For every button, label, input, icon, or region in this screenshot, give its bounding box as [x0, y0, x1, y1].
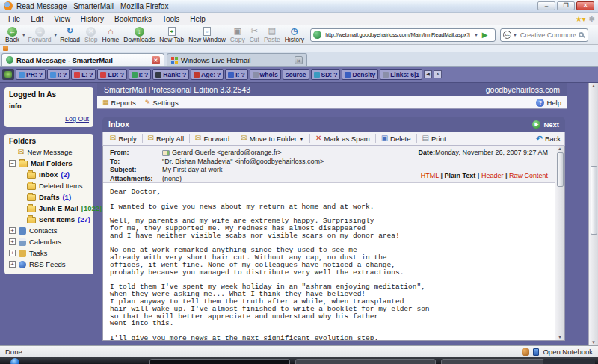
view-plain-text[interactable]: Plain Text	[444, 172, 475, 179]
seo-density[interactable]: Density	[342, 69, 378, 80]
browser-scrollbar[interactable]: ▲ ▼	[588, 83, 598, 345]
gear-icon[interactable]: ✱	[589, 15, 595, 23]
scrollbar-thumb[interactable]	[557, 152, 564, 187]
help-menu[interactable]: ? Help	[536, 99, 561, 107]
menu-history[interactable]: History	[75, 14, 109, 24]
search-engine-dropdown[interactable]: ▾	[513, 32, 517, 38]
extension-icon[interactable]	[522, 348, 529, 356]
site-identity-icon[interactable]	[313, 31, 321, 39]
menu-help[interactable]: Help	[185, 14, 211, 24]
collapse-icon[interactable]: −	[9, 160, 16, 167]
seo-sd[interactable]: SD:?	[311, 69, 341, 80]
print-button[interactable]: ▤ Print	[419, 135, 449, 143]
seobar-collapse-button[interactable]: ◀	[424, 70, 432, 78]
expand-icon[interactable]: +	[9, 261, 16, 268]
scrollbar-thumb[interactable]	[591, 166, 597, 235]
folder-sent-items[interactable]: Sent Items (27)	[27, 214, 89, 225]
sidebar-item-rss-feeds[interactable]: + RSS Feeds	[9, 259, 89, 270]
message-scrollbar[interactable]: ▲ ▼	[555, 146, 564, 340]
notebook-icon[interactable]	[533, 348, 539, 356]
downloads-button[interactable]: ↓ Downloads	[121, 27, 157, 43]
seo-alexa-rank[interactable]: Rank:?	[152, 69, 189, 80]
start-orb-icon[interactable]	[10, 358, 19, 364]
tab-read-message[interactable]: Read Message - SmarterMail ✕	[1, 53, 164, 66]
menu-edit[interactable]: Edit	[25, 14, 49, 24]
restore-button[interactable]: ❐	[557, 1, 575, 10]
seo-pagerank[interactable]: PR:?	[16, 69, 46, 80]
new-message-link[interactable]: ✉ New Message	[18, 146, 89, 158]
reload-button[interactable]: ↻ Reload	[58, 27, 82, 43]
sidebar-item-calendars[interactable]: + Calendars	[9, 236, 89, 247]
search-engine-icon[interactable]: cc	[503, 31, 511, 39]
seo-msn-index[interactable]: I:?	[129, 69, 151, 80]
new-window-button[interactable]: ▫ New Window	[186, 27, 228, 43]
mark-as-spam-button[interactable]: ✕ Mark as Spam	[312, 135, 373, 143]
sidebar-item-contacts[interactable]: + Contacts	[9, 225, 89, 236]
seo-whois[interactable]: whois	[250, 69, 281, 80]
reports-menu[interactable]: ▦ Reports	[102, 99, 136, 107]
rss-bookmark-icon[interactable]	[3, 46, 8, 51]
folder-drafts[interactable]: Drafts (1)	[27, 191, 89, 203]
forward-button[interactable]: → Forward	[25, 27, 53, 43]
menu-view[interactable]: View	[49, 14, 75, 24]
tab-close-icon[interactable]: ✕	[295, 56, 303, 64]
tab-hotmail[interactable]: Windows Live Hotmail ✕	[167, 53, 307, 66]
seo-yahoo-links[interactable]: L:?	[71, 69, 96, 80]
bookmark-star-icon[interactable]: ★▾	[576, 15, 586, 23]
sidebar-item-tasks[interactable]: + Tasks	[9, 247, 89, 259]
open-notebook-label[interactable]: Open Notebook	[543, 348, 593, 356]
seo-age[interactable]: Age:?	[191, 69, 224, 80]
copy-button[interactable]: ▣ Copy	[228, 27, 247, 43]
history-button[interactable]: ◷ History	[283, 27, 306, 43]
settings-menu[interactable]: ✎ Settings	[145, 99, 179, 107]
home-button[interactable]: ⌂ Home	[100, 27, 122, 43]
menu-bookmarks[interactable]: Bookmarks	[109, 14, 157, 24]
log-out-link[interactable]: Log Out	[9, 115, 89, 123]
scroll-up-icon[interactable]: ▲	[591, 84, 596, 88]
taskbar-button[interactable]	[295, 359, 436, 364]
stop-button[interactable]: ✕ Stop	[82, 27, 100, 43]
forward-button[interactable]: ✉ Forward	[192, 135, 232, 143]
back-button[interactable]: ← Back	[3, 27, 22, 43]
view-html-link[interactable]: HTML	[421, 172, 439, 179]
seobar-close-button[interactable]: ✕	[434, 70, 442, 78]
scroll-up-icon[interactable]: ▲	[558, 146, 562, 151]
reply-button[interactable]: ✉ Reply	[107, 135, 140, 143]
tab-close-icon[interactable]: ✕	[152, 56, 160, 64]
url-input[interactable]	[324, 31, 472, 39]
search-input[interactable]	[519, 31, 577, 40]
paste-button[interactable]: ▤ Paste	[262, 27, 283, 43]
next-message-button[interactable]: ▶ Next	[532, 120, 559, 129]
taskbar-button-active[interactable]	[150, 359, 290, 364]
new-tab-button[interactable]: + New Tab	[157, 27, 186, 43]
menu-file[interactable]: File	[3, 14, 25, 24]
expand-icon[interactable]: +	[9, 250, 16, 256]
view-raw-content-link[interactable]: Raw Content	[509, 172, 548, 179]
minimize-button[interactable]: –	[537, 1, 555, 10]
mail-folders-node[interactable]: − Mail Folders	[9, 158, 89, 169]
seo-links[interactable]: Links:6|1	[380, 69, 422, 80]
folder-inbox[interactable]: Inbox (2)	[27, 169, 89, 180]
view-header-link[interactable]: Header	[481, 172, 504, 179]
delete-button[interactable]: ▣ Delete	[378, 135, 414, 143]
url-dropdown[interactable]: ▾	[474, 32, 478, 38]
cut-button[interactable]: ✂ Cut	[247, 27, 262, 43]
seo-index-blocks[interactable]: I:?	[225, 69, 247, 80]
reply-all-button[interactable]: ✉ Reply All	[145, 135, 187, 143]
expand-icon[interactable]: +	[9, 238, 16, 245]
seoquake-logo-icon[interactable]	[2, 69, 14, 80]
expand-icon[interactable]: +	[9, 227, 16, 234]
menu-tools[interactable]: Tools	[157, 14, 185, 24]
scroll-down-icon[interactable]: ▼	[558, 335, 562, 339]
seo-source[interactable]: source	[283, 69, 309, 80]
folder-deleted-items[interactable]: Deleted Items	[27, 180, 89, 191]
contact-icon[interactable]	[162, 150, 170, 156]
folder-junk[interactable]: Junk E-Mail [1022]	[27, 203, 89, 214]
seo-yahoo-linkdomain[interactable]: LD:?	[97, 69, 126, 80]
back-to-folder-button[interactable]: ↶ Back	[536, 134, 561, 144]
move-to-folder-button[interactable]: ✉ Move to Folder ▼	[238, 135, 307, 143]
seo-google-index[interactable]: I:?	[47, 69, 70, 80]
go-button[interactable]: ▶	[481, 31, 490, 39]
close-button[interactable]: ✕	[576, 1, 594, 10]
scroll-down-icon[interactable]: ▼	[591, 340, 596, 345]
